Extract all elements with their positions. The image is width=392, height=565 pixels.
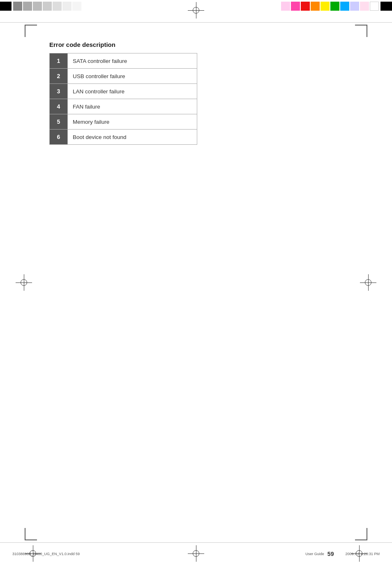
error-description-cell: Boot device not found <box>68 130 197 145</box>
error-description-cell: USB controller failure <box>68 69 197 84</box>
section-title: Error code description <box>49 41 337 48</box>
error-code-cell: 5 <box>50 114 68 130</box>
gray-block-6 <box>62 2 71 11</box>
gray-block-4 <box>43 2 52 11</box>
error-description-cell: Memory failure <box>68 114 197 130</box>
error-code-cell: 3 <box>50 84 68 99</box>
top-registration-area <box>0 0 392 23</box>
corner-bracket-tl <box>25 25 37 37</box>
gray-block-3 <box>33 2 42 11</box>
right-color-strip <box>281 2 392 11</box>
error-code-cell: 2 <box>50 69 68 84</box>
error-code-cell: 6 <box>50 130 68 145</box>
table-row: 3LAN controller failure <box>50 84 197 99</box>
bottom-right-crosshair <box>351 545 367 562</box>
left-crosshair <box>16 274 32 291</box>
corner-bracket-br <box>355 528 367 540</box>
error-description-cell: FAN failure <box>68 99 197 114</box>
top-center-crosshair <box>188 2 204 19</box>
gray-block-1 <box>13 2 22 11</box>
error-code-cell: 1 <box>50 53 68 69</box>
footer-page-number: 59 <box>327 551 334 557</box>
gray-block-5 <box>53 2 62 11</box>
main-content: Error code description 1SATA controller … <box>49 41 337 145</box>
error-code-cell: 4 <box>50 99 68 114</box>
corner-bracket-tr <box>355 25 367 37</box>
error-description-cell: LAN controller failure <box>68 84 197 99</box>
table-row: 2USB controller failure <box>50 69 197 84</box>
corner-bracket-bl <box>25 528 37 540</box>
gray-block-7 <box>72 2 81 11</box>
error-description-cell: SATA controller failure <box>68 53 197 69</box>
table-row: 4FAN failure <box>50 99 197 114</box>
left-color-strip <box>0 2 81 11</box>
table-row: 6Boot device not found <box>50 130 197 145</box>
footer-right-area: User Guide 59 2009.7.8 4:28:31 PM <box>305 551 380 557</box>
table-row: 1SATA controller failure <box>50 53 197 69</box>
gray-block-2 <box>23 2 32 11</box>
black-block-1 <box>0 2 12 11</box>
footer-left-text: 31038690B_D400_UG_EN_V1.0.indd 59 <box>12 552 80 556</box>
error-code-table: 1SATA controller failure2USB controller … <box>49 53 197 145</box>
bottom-left-crosshair <box>25 545 41 562</box>
right-crosshair <box>360 274 376 291</box>
table-row: 5Memory failure <box>50 114 197 130</box>
bottom-registration-area: 31038690B_D400_UG_EN_V1.0.indd 59 User G… <box>0 542 392 565</box>
footer-guide-label: User Guide <box>305 552 324 556</box>
bottom-center-crosshair <box>188 545 204 562</box>
